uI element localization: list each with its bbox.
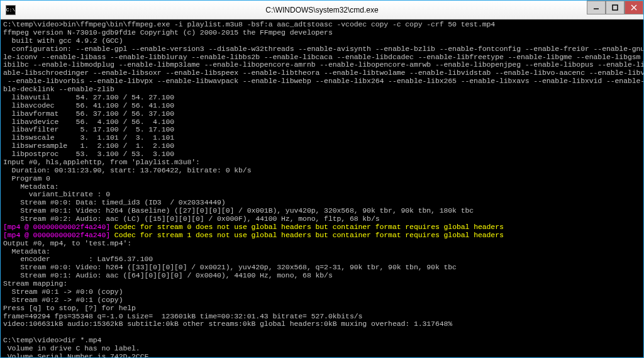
window-controls xyxy=(587,1,643,14)
maximize-icon xyxy=(612,4,618,11)
window-title: C:\WINDOWS\system32\cmd.exe xyxy=(265,6,378,14)
minimize-button[interactable] xyxy=(587,1,606,14)
close-icon xyxy=(631,4,637,11)
terminal-line: Volume Serial Number is 742D-2CCF xyxy=(3,353,641,357)
maximize-button[interactable] xyxy=(606,1,625,14)
terminal-line: Output #0, mp4, to 'test.mp4': xyxy=(3,240,641,248)
terminal-line: Stream #0:1: Audio: aac ([64][0][0][0] /… xyxy=(3,272,641,280)
terminal-line: Program 0 xyxy=(3,175,641,183)
cmd-icon-label: C:\ xyxy=(6,7,15,13)
minimize-icon xyxy=(593,4,599,11)
cmd-icon: C:\ xyxy=(6,5,16,15)
terminal-output[interactable]: C:\temp\video>bin\ffmpeg\bin\ffmpeg.exe … xyxy=(1,20,643,357)
close-button[interactable] xyxy=(625,1,643,14)
terminal-line: video:106631kB audio:15362kB subtitle:0k… xyxy=(3,320,641,328)
terminal-line: Duration: 00:31:23.90, start: 13.706422,… xyxy=(3,167,641,175)
window-title-bar: C:\ C:\WINDOWS\system32\cmd.exe xyxy=(1,1,643,20)
svg-rect-1 xyxy=(613,5,618,10)
